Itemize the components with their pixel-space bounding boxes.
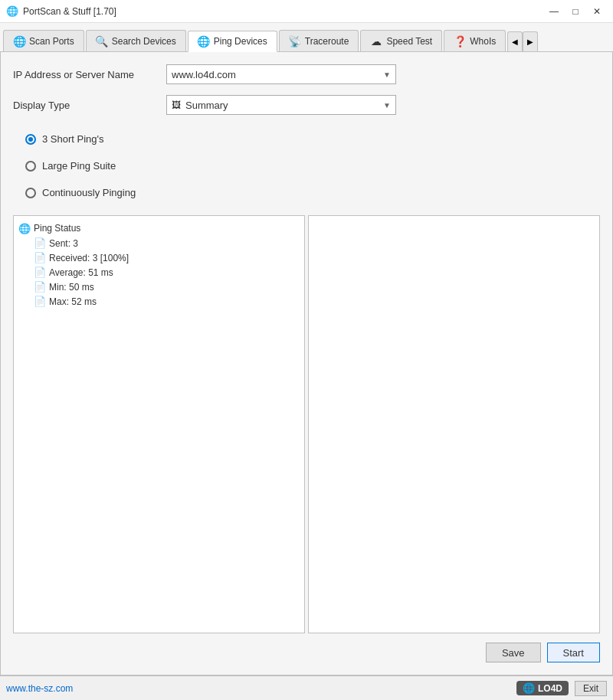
radio-short-ping[interactable]: 3 Short Ping's: [13, 126, 600, 152]
app-icon: 🌐: [6, 5, 18, 18]
ip-control: www.lo4d.com ▼: [166, 64, 600, 84]
display-type-dropdown[interactable]: 🖼 Summary ▼: [166, 95, 396, 115]
tab-traceroute-label: Traceroute: [305, 36, 349, 47]
logo-globe-icon: 🌐: [523, 682, 535, 694]
radio-continuous-ping-label: Continuously Pinging: [42, 187, 136, 198]
ping-sent-label: Sent: 3: [49, 238, 78, 249]
tab-search-devices[interactable]: 🔍 Search Devices: [86, 30, 186, 51]
traceroute-icon: 📡: [289, 35, 301, 47]
ping-max: 📄 Max: 52 ms: [18, 294, 300, 309]
ping-status-root: 🌐 Ping Status: [18, 221, 300, 236]
ping-received-label: Received: 3 [100%]: [49, 253, 129, 263]
tab-ping-devices-label: Ping Devices: [214, 36, 267, 47]
bottom-bar: Save Start: [13, 643, 600, 662]
tab-speed-test-label: Speed Test: [386, 36, 432, 47]
ip-address-row: IP Address or Server Name www.lo4d.com ▼: [13, 64, 600, 84]
tab-nav-left[interactable]: ◀: [507, 31, 523, 51]
ping-max-icon: 📄: [34, 296, 46, 307]
tab-ping-devices[interactable]: 🌐 Ping Devices: [188, 31, 277, 52]
display-type-value: Summary: [185, 100, 228, 111]
ping-devices-icon: 🌐: [198, 35, 210, 47]
radio-short-ping-btn[interactable]: [25, 134, 36, 145]
ip-value: www.lo4d.com: [172, 69, 236, 80]
status-right: 🌐 LO4D Exit: [516, 681, 607, 696]
radio-large-ping[interactable]: Large Ping Suite: [13, 152, 600, 179]
panels-container: 🌐 Ping Status 📄 Sent: 3 📄 Received: 3 [1…: [13, 215, 600, 633]
ping-received-icon: 📄: [34, 252, 46, 263]
start-button[interactable]: Start: [547, 643, 600, 662]
display-type-control: 🖼 Summary ▼: [166, 95, 600, 115]
status-link[interactable]: www.the-sz.com: [6, 683, 73, 694]
ping-max-label: Max: 52 ms: [49, 296, 97, 307]
radio-continuous-ping-btn[interactable]: [25, 188, 36, 198]
search-devices-icon: 🔍: [96, 35, 108, 47]
tab-whois-label: WhoIs: [470, 36, 496, 47]
window-controls: — □ ✕: [544, 4, 607, 19]
display-type-arrow: ▼: [383, 101, 391, 110]
ping-average-icon: 📄: [34, 267, 46, 278]
left-panel: 🌐 Ping Status 📄 Sent: 3 📄 Received: 3 [1…: [13, 215, 305, 633]
ping-min: 📄 Min: 50 ms: [18, 280, 300, 294]
ping-received: 📄 Received: 3 [100%]: [18, 250, 300, 265]
tab-scan-ports-label: Scan Ports: [29, 36, 74, 47]
scan-ports-icon: 🌐: [13, 35, 25, 47]
speed-test-icon: ☁: [370, 35, 382, 47]
exit-button[interactable]: Exit: [575, 681, 607, 696]
logo-badge: 🌐 LO4D: [516, 681, 569, 695]
display-type-inner: 🖼 Summary: [172, 100, 228, 111]
ping-average-label: Average: 51 ms: [49, 267, 113, 278]
btn-group: Save Start: [486, 643, 600, 662]
radio-short-ping-label: 3 Short Ping's: [42, 133, 104, 145]
app-title: PortScan & Stuff [1.70]: [23, 6, 116, 17]
display-type-icon: 🖼: [172, 100, 181, 110]
tab-whois[interactable]: ❓ WhoIs: [444, 30, 506, 51]
title-bar-left: 🌐 PortScan & Stuff [1.70]: [6, 5, 116, 18]
tab-search-devices-label: Search Devices: [112, 36, 176, 47]
display-type-label: Display Type: [13, 100, 166, 111]
ping-min-label: Min: 50 ms: [49, 282, 94, 293]
ip-label: IP Address or Server Name: [13, 69, 166, 80]
ip-dropdown-arrow: ▼: [383, 70, 391, 79]
radio-large-ping-btn[interactable]: [25, 161, 36, 172]
tab-traceroute[interactable]: 📡 Traceroute: [279, 30, 359, 51]
ping-average: 📄 Average: 51 ms: [18, 265, 300, 280]
status-bar: www.the-sz.com 🌐 LO4D Exit: [0, 675, 613, 700]
ping-sent: 📄 Sent: 3: [18, 236, 300, 250]
close-button[interactable]: ✕: [587, 4, 607, 19]
radio-group: 3 Short Ping's Large Ping Suite Continuo…: [13, 126, 600, 206]
title-bar: 🌐 PortScan & Stuff [1.70] — □ ✕: [0, 0, 613, 23]
tab-scan-ports[interactable]: 🌐 Scan Ports: [3, 30, 84, 51]
display-type-row: Display Type 🖼 Summary ▼: [13, 95, 600, 115]
right-panel: [308, 215, 600, 633]
maximize-button[interactable]: □: [565, 4, 585, 19]
ping-sent-icon: 📄: [34, 237, 46, 249]
ping-status-label: Ping Status: [34, 223, 80, 234]
save-button[interactable]: Save: [486, 643, 541, 662]
minimize-button[interactable]: —: [544, 4, 564, 19]
whois-icon: ❓: [454, 35, 466, 47]
ping-status-icon: 🌐: [18, 222, 31, 234]
main-content: IP Address or Server Name www.lo4d.com ▼…: [0, 52, 613, 675]
radio-continuous-ping[interactable]: Continuously Pinging: [13, 179, 600, 206]
ip-dropdown[interactable]: www.lo4d.com ▼: [166, 64, 396, 84]
tab-speed-test[interactable]: ☁ Speed Test: [360, 30, 442, 51]
ping-min-icon: 📄: [34, 281, 46, 293]
tab-nav-right[interactable]: ▶: [523, 31, 538, 51]
radio-large-ping-label: Large Ping Suite: [42, 160, 116, 172]
tab-bar: 🌐 Scan Ports 🔍 Search Devices 🌐 Ping Dev…: [0, 23, 613, 52]
logo-text: LO4D: [538, 683, 562, 694]
